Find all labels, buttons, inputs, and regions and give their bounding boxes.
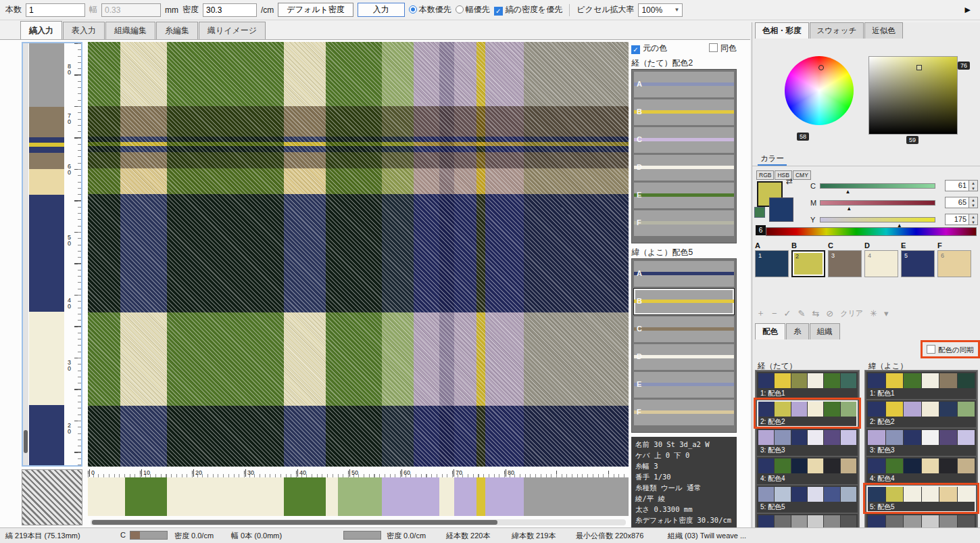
palette-color-box[interactable]: 5: [901, 250, 935, 277]
small-color-swatch[interactable]: [754, 207, 765, 218]
color-section-tab[interactable]: カラー: [758, 153, 787, 166]
saturation-value-square[interactable]: [868, 56, 958, 135]
warp-palette-item-5[interactable]: 5: 配色5: [757, 486, 858, 513]
palette-color-box[interactable]: 4: [864, 250, 898, 277]
hue-bar[interactable]: [766, 227, 977, 236]
palette-cell-E[interactable]: E5: [901, 241, 935, 277]
edit-icon[interactable]: ✎: [798, 308, 806, 318]
remove-icon[interactable]: −: [772, 308, 777, 318]
slider-c-track[interactable]: ▲: [820, 183, 935, 189]
slider-c-spinner[interactable]: ▴▾: [969, 180, 978, 191]
slider-m-track[interactable]: ▲: [820, 200, 935, 206]
tab-weave-edit[interactable]: 組織編集: [105, 22, 155, 39]
expand-panel-icon[interactable]: ▶: [965, 5, 971, 14]
mode-cmy-button[interactable]: CMY: [793, 170, 811, 180]
yarn-color-line: [634, 327, 734, 331]
tab-stripe-input[interactable]: 縞入力: [20, 21, 62, 39]
warp-yarn-F[interactable]: F: [634, 210, 734, 236]
slider-y-track[interactable]: ▲: [820, 217, 935, 222]
vertical-scrollbar[interactable]: [23, 43, 28, 465]
warp-yarn-D[interactable]: D: [634, 155, 734, 181]
palette-color-box[interactable]: 6: [937, 250, 971, 277]
tab-hue-saturation[interactable]: 色相・彩度: [755, 22, 809, 39]
weft-yarn-A[interactable]: A: [634, 261, 734, 287]
palette-color-box[interactable]: 2: [791, 250, 825, 277]
same-color-checkbox[interactable]: 同色: [709, 43, 737, 54]
palette-cell-B[interactable]: B2: [791, 241, 825, 277]
slider-m-value[interactable]: 65: [945, 197, 969, 208]
warp-yarn-A[interactable]: A: [634, 72, 734, 97]
palette-letter: C: [828, 241, 862, 250]
palette-cell-C[interactable]: C3: [828, 241, 862, 277]
width-priority-radio[interactable]: 幅優先: [456, 4, 490, 16]
tab-table-input[interactable]: 表入力: [63, 22, 105, 39]
warp-palette-item-2[interactable]: 2: 配色2: [757, 400, 858, 427]
weft-yarn-B[interactable]: B: [634, 289, 734, 314]
weft-palette-item-5[interactable]: 5: 配色5: [866, 486, 976, 513]
swatch: [958, 430, 975, 445]
warp-palette-item-1[interactable]: 1: 配色1: [757, 372, 858, 399]
count-input[interactable]: [26, 3, 85, 17]
weft-palette-item-1[interactable]: 1: 配色1: [866, 372, 976, 399]
slider-m-spinner[interactable]: ▴▾: [969, 197, 978, 208]
count-priority-radio[interactable]: 本数優先: [409, 4, 451, 16]
warp-palette-item-4[interactable]: 4: 配色4: [757, 457, 858, 484]
slider-y-spinner[interactable]: ▴▾: [969, 214, 978, 225]
original-color-checkbox[interactable]: ✓元の色: [631, 43, 667, 54]
density-input[interactable]: [203, 3, 257, 17]
weave-preview[interactable]: [88, 42, 629, 467]
swap-colors-icon[interactable]: ⇄: [786, 176, 793, 186]
vertical-scrollbar-thumb[interactable]: [24, 430, 28, 453]
slider-c-value[interactable]: 61: [945, 180, 969, 191]
tab-similar-colors[interactable]: 近似色: [864, 22, 903, 39]
width-input[interactable]: [101, 3, 161, 17]
warp-yarn-E[interactable]: E: [634, 183, 734, 208]
tab-yarn[interactable]: 糸: [786, 323, 809, 339]
palette-color-box[interactable]: 3: [828, 250, 862, 277]
special-icon[interactable]: ✳: [870, 308, 877, 318]
clear-button[interactable]: クリア: [840, 308, 863, 318]
disable-icon[interactable]: ⊘: [826, 308, 833, 318]
mode-rgb-button[interactable]: RGB: [756, 170, 774, 180]
weft-palette-item-4[interactable]: 4: 配色4: [866, 457, 976, 484]
warp-yarn-B[interactable]: B: [634, 99, 734, 125]
palette-cell-D[interactable]: D4: [864, 241, 898, 277]
input-button[interactable]: 入力: [358, 3, 405, 17]
horizontal-scrollbar[interactable]: [91, 519, 626, 525]
weft-palette-item-3[interactable]: 3: 配色3: [866, 429, 976, 456]
swap-icon[interactable]: ⇆: [812, 308, 819, 318]
tab-weave-image[interactable]: 織りイメージ: [199, 22, 266, 39]
slider-y-value[interactable]: 175: [945, 214, 969, 225]
weft-yarn-C[interactable]: C: [634, 316, 734, 342]
palette-cell-A[interactable]: A1: [755, 241, 789, 277]
palette-color-box[interactable]: 1: [755, 250, 789, 277]
add-icon[interactable]: ＋: [756, 307, 765, 319]
default-density-button[interactable]: デフォルト密度: [278, 3, 353, 17]
tab-coloring[interactable]: 配色: [755, 323, 785, 339]
dropdown-icon[interactable]: ▾: [884, 308, 889, 318]
weft-yarn-E[interactable]: E: [634, 372, 734, 398]
horizontal-scrollbar-thumb[interactable]: [92, 520, 497, 525]
warp-palette-item-3[interactable]: 3: 配色3: [757, 429, 858, 456]
weft-yarn-D[interactable]: D: [634, 344, 734, 370]
tab-weave[interactable]: 組織: [810, 323, 840, 339]
stripe-density-checkbox[interactable]: ✓縞の密度を優先: [494, 4, 563, 16]
yarn-color-line: [634, 166, 734, 169]
pixel-zoom-select[interactable]: 100%▼: [638, 3, 683, 17]
secondary-color-swatch[interactable]: [769, 197, 793, 222]
warp-yarn-C[interactable]: C: [634, 127, 734, 153]
hue-wheel[interactable]: [785, 56, 854, 125]
tab-yarn-edit[interactable]: 糸編集: [156, 22, 198, 39]
weft-palette-item-2[interactable]: 2: 配色2: [866, 400, 976, 427]
weft-yarn-F[interactable]: F: [634, 400, 734, 425]
hue-wheel-marker[interactable]: [818, 65, 824, 70]
tab-swatches[interactable]: スウォッチ: [810, 22, 864, 39]
apply-icon[interactable]: ✓: [784, 308, 791, 318]
bottom-color-strip[interactable]: [88, 477, 629, 516]
left-color-strip[interactable]: [29, 43, 64, 465]
coloring-sync-checkbox[interactable]: 配色の同期: [927, 345, 974, 355]
yarn-letter: E: [637, 380, 641, 388]
sv-marker[interactable]: [916, 65, 922, 70]
palette-cell-F[interactable]: F6: [937, 241, 971, 277]
yarn-letter: B: [637, 108, 642, 116]
